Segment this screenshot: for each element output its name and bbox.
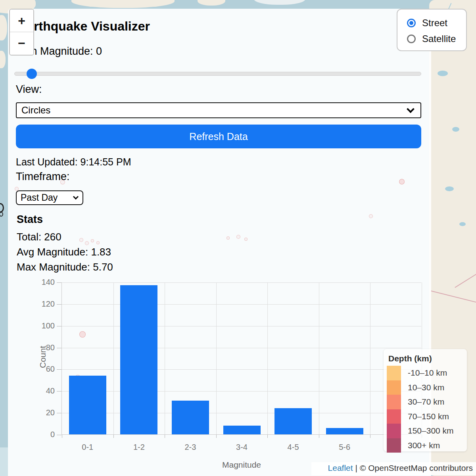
earthquake-marker	[369, 214, 373, 218]
view-select[interactable]: Circles	[16, 102, 421, 118]
legend-item: 70–150 km	[387, 409, 467, 424]
legend-item: 10–30 km	[387, 380, 467, 395]
view-label: View:	[16, 83, 42, 96]
control-panel: Earthquake Visualizer Min Magnitude: 0 V…	[8, 9, 431, 476]
timeframe-select[interactable]: Past Day	[16, 190, 83, 205]
x-tick	[113, 435, 114, 438]
chevron-down-icon	[407, 105, 415, 113]
gridline	[165, 282, 165, 434]
map-attribution: Leaflet | © OpenStreetMap contributors	[311, 462, 476, 475]
gridline	[62, 413, 421, 413]
layer-option-satellite[interactable]: Satellite	[407, 31, 466, 47]
leaflet-link[interactable]: Leaflet	[328, 463, 353, 473]
legend-label: 30–70 km	[408, 397, 444, 407]
page-title: Earthquake Visualizer	[18, 19, 150, 34]
x-tick-label: 1-2	[123, 443, 155, 452]
x-tick	[319, 435, 319, 438]
timeframe-label: Timeframe:	[16, 171, 70, 183]
legend-item: -10–10 km	[387, 366, 467, 380]
y-tick	[57, 413, 61, 413]
y-tick-label: 100	[26, 321, 55, 330]
earthquake-marker	[96, 241, 100, 244]
zoom-out-button[interactable]: −	[10, 32, 33, 55]
y-tick-label: 140	[26, 278, 55, 287]
osm-attribution-text: | © OpenStreetMap contributors	[355, 463, 473, 473]
zoom-in-button[interactable]: +	[10, 10, 33, 32]
layer-option-street[interactable]: Street	[407, 15, 466, 31]
bar-5-6	[326, 428, 363, 434]
map-zoom-control: + −	[9, 9, 34, 56]
gridline	[62, 282, 421, 283]
y-tick	[57, 304, 61, 305]
y-tick-label: 120	[26, 299, 55, 309]
x-tick-label: 5-6	[329, 443, 361, 452]
timeframe-select-value: Past Day	[21, 192, 58, 203]
layer-label: Satellite	[422, 33, 456, 44]
map-glyph	[0, 212, 3, 217]
y-tick	[57, 391, 61, 392]
stat-avg-magnitude: Avg Magnitude: 1.83	[17, 246, 111, 258]
landmass	[198, 0, 225, 6]
landmass	[0, 15, 7, 40]
legend-label: -10–10 km	[408, 368, 447, 378]
stat-total: Total: 260	[17, 231, 61, 243]
x-tick	[267, 435, 268, 438]
x-tick-label: 2-3	[175, 443, 206, 452]
stat-max-magnitude: Max Magnitude: 5.70	[17, 261, 113, 273]
legend-swatch	[387, 438, 401, 453]
refresh-data-button[interactable]: Refresh Data	[16, 125, 421, 148]
radio-icon[interactable]	[407, 35, 416, 43]
x-tick	[370, 435, 370, 438]
bar-4-5	[274, 408, 312, 434]
lake	[445, 186, 454, 191]
slider-track[interactable]	[14, 72, 421, 76]
x-tick-label: 3-4	[226, 443, 258, 452]
stats-heading: Stats	[17, 213, 43, 226]
view-select-value: Circles	[21, 105, 50, 116]
depth-legend: Depth (km) -10–10 km10–30 km30–70 km70–1…	[384, 349, 467, 451]
slider-thumb[interactable]	[27, 69, 37, 79]
x-tick-label: 4-5	[277, 443, 309, 452]
radio-icon[interactable]	[407, 19, 416, 27]
landmass	[254, 0, 305, 5]
bar-2-3	[172, 401, 209, 434]
gridline	[62, 391, 421, 392]
water	[0, 447, 8, 476]
depth-legend-rows: -10–10 km10–30 km30–70 km70–150 km150–30…	[387, 366, 467, 453]
legend-label: 300+ km	[408, 441, 440, 450]
layer-control: StreetSatellite	[397, 9, 467, 51]
gridline	[216, 282, 217, 434]
y-tick	[57, 326, 61, 326]
lake	[438, 71, 448, 76]
legend-swatch	[387, 395, 401, 409]
depth-legend-title: Depth (km)	[388, 354, 467, 363]
y-tick-label: 80	[26, 343, 55, 352]
y-tick-label: 40	[26, 386, 55, 395]
magnitude-histogram: Count Magnitude 0204060801001201400-11-2…	[61, 282, 421, 435]
y-tick	[57, 435, 61, 435]
map-glyph	[0, 203, 4, 213]
legend-item: 300+ km	[387, 438, 467, 453]
legend-label: 70–150 km	[408, 412, 449, 421]
y-tick-label: 20	[26, 408, 55, 417]
earthquake-marker	[236, 235, 240, 239]
y-tick-label: 60	[26, 365, 55, 374]
y-tick	[57, 282, 61, 283]
layer-label: Street	[422, 17, 447, 29]
y-tick	[57, 369, 61, 370]
legend-label: 150–300 km	[408, 426, 454, 436]
x-tick	[216, 435, 217, 438]
lake	[459, 222, 466, 226]
earthquake-marker	[91, 239, 94, 242]
y-tick	[57, 348, 61, 348]
gridline	[370, 282, 370, 434]
earthquake-marker	[226, 236, 230, 240]
y-tick-label: 0	[26, 430, 55, 439]
gridline	[267, 282, 268, 434]
legend-swatch	[387, 424, 401, 438]
earthquake-marker	[85, 241, 89, 245]
min-magnitude-slider[interactable]	[14, 67, 421, 81]
legend-label: 10–30 km	[408, 383, 444, 392]
gridline	[62, 304, 421, 305]
bar-3-4	[223, 426, 261, 434]
